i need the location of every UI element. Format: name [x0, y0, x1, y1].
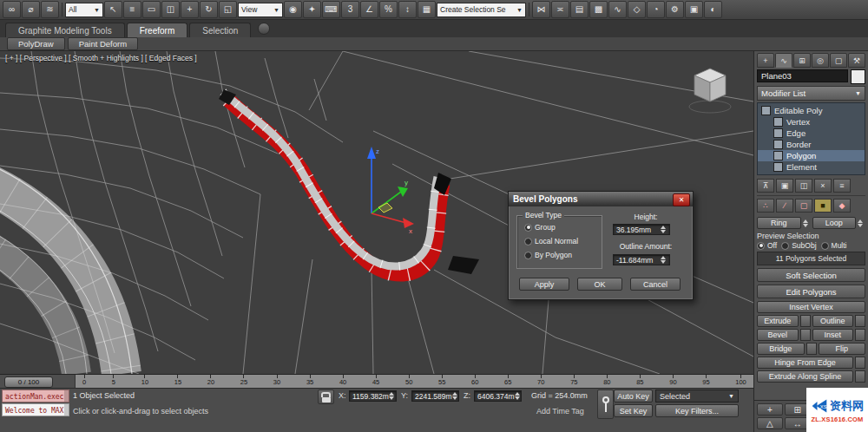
height-spinner[interactable] [661, 226, 668, 233]
render-production-icon[interactable]: ◐ [704, 1, 722, 18]
hinge-from-edge-button[interactable]: Hinge From Edge [757, 357, 853, 369]
set-key-button[interactable]: Set Key [614, 404, 653, 417]
auto-key-button[interactable]: Auto Key [614, 389, 653, 403]
stack-item-editable-poly[interactable]: Editable Poly [758, 105, 865, 116]
curve-editor-icon[interactable]: ∿ [608, 1, 627, 18]
select-and-link-icon[interactable]: ∞ [3, 1, 21, 18]
bevel-button[interactable]: Bevel [757, 329, 799, 341]
remove-modifier-icon[interactable]: × [814, 179, 832, 193]
bind-to-space-warp-icon[interactable]: ≋ [41, 1, 59, 18]
by-polygon-radio[interactable]: By Polygon [524, 251, 572, 259]
select-and-manipulate-icon[interactable]: ✦ [303, 1, 321, 18]
edge-subobject-icon[interactable]: ∕ [776, 199, 793, 213]
align-icon[interactable]: ≍ [551, 1, 569, 18]
spinner-snap-icon[interactable]: ↕ [398, 1, 417, 18]
reference-coordinate-dropdown[interactable]: View▼ [238, 3, 283, 17]
window-crossing-icon[interactable]: ◫ [161, 1, 180, 18]
ribbon-tab-selection[interactable]: Selection [189, 23, 251, 37]
stack-item-polygon[interactable]: Polygon [758, 150, 865, 161]
render-setup-icon[interactable]: ⚙ [666, 1, 684, 18]
add-time-tag[interactable]: Add Time Tag [536, 405, 584, 418]
maxscript-mini-listener[interactable]: Welcome to MAX [2, 403, 69, 416]
stack-item-edge[interactable]: Edge [758, 128, 865, 139]
selection-filter-dropdown[interactable]: All▼ [65, 3, 103, 17]
extrude-along-spline-button[interactable]: Extrude Along Spline [757, 370, 853, 383]
rendered-frame-icon[interactable]: ▣ [685, 1, 703, 18]
polygon-subobject-icon[interactable]: ■ [814, 199, 832, 213]
element-subobject-icon[interactable]: ◆ [833, 199, 851, 213]
ribbon-minimize-icon[interactable] [258, 23, 270, 35]
make-unique-icon[interactable]: ◫ [795, 179, 812, 193]
edit-polygons-rollout[interactable]: Edit Polygons [757, 285, 865, 298]
y-spinner[interactable] [452, 392, 460, 400]
time-slider-handle[interactable]: 0 / 100 [4, 376, 53, 388]
graphite-ribbon-icon[interactable]: ▩ [589, 1, 608, 18]
time-slider-track[interactable]: 0 / 100 [0, 375, 76, 388]
select-by-name-icon[interactable]: ≡ [123, 1, 141, 18]
select-and-scale-icon[interactable]: ◱ [219, 1, 237, 18]
object-color-swatch[interactable] [851, 69, 865, 84]
hierarchy-tab-icon[interactable]: ⊞ [793, 53, 811, 68]
z-spinner[interactable] [515, 392, 523, 400]
ribbon-subtab-paint-deform[interactable]: Paint Deform [68, 37, 138, 50]
vertex-subobject-icon[interactable]: ∴ [757, 199, 774, 213]
modifier-list-dropdown[interactable]: Modifier List ▼ [757, 86, 865, 101]
select-and-move-icon[interactable]: + [181, 1, 199, 18]
select-object-icon[interactable]: ↖ [104, 1, 122, 18]
soft-selection-rollout[interactable]: Soft Selection [757, 268, 865, 282]
unlink-selection-icon[interactable]: ⌀ [22, 1, 40, 18]
height-field[interactable]: 36.195mm [613, 224, 670, 235]
group-radio[interactable]: Group [524, 223, 556, 232]
layer-manager-icon[interactable]: ▤ [570, 1, 589, 18]
macro-recorder-listener[interactable]: actionMan.exec [2, 389, 69, 403]
bevel-settings-button[interactable] [800, 329, 811, 341]
named-selection-set-dropdown[interactable]: Create Selection Se▼ [437, 3, 526, 17]
zoom-icon[interactable]: + [757, 403, 783, 416]
ribbon-tab-freeform[interactable]: Freeform [127, 23, 188, 37]
object-name-field[interactable]: Plane03 [757, 69, 848, 82]
ribbon-tab-graphite-modeling-tools[interactable]: Graphite Modeling Tools [5, 23, 125, 37]
z-coord-field[interactable]: 6406.374m [474, 390, 522, 402]
ring-spinner[interactable] [803, 219, 811, 227]
snaps-toggle-icon[interactable]: 3 [341, 1, 359, 18]
loop-spinner[interactable] [858, 219, 865, 227]
loop-button[interactable]: Loop [812, 217, 857, 229]
track-bar[interactable]: 0510152025303540455055606570758085909510… [76, 375, 753, 388]
fov-icon[interactable]: △ [757, 417, 783, 429]
angle-snap-icon[interactable]: ∠ [360, 1, 378, 18]
bridge-settings-button[interactable] [806, 343, 817, 355]
use-pivot-point-center-icon[interactable]: ◉ [284, 1, 302, 18]
y-coord-field[interactable]: 2241.589m [411, 390, 459, 402]
stack-item-border[interactable]: Border [758, 139, 865, 150]
keyboard-shortcut-override-icon[interactable]: ⌨ [322, 1, 340, 18]
x-spinner[interactable] [389, 392, 397, 400]
extrude-button[interactable]: Extrude [757, 315, 799, 327]
motion-tab-icon[interactable]: ◎ [812, 53, 829, 68]
preview-off-radio[interactable]: Off [757, 241, 777, 250]
local-normal-radio[interactable]: Local Normal [524, 237, 578, 245]
create-tab-icon[interactable]: + [757, 53, 774, 68]
outline-amount-field[interactable]: -11.684mm [613, 254, 670, 265]
inset-settings-button[interactable] [855, 329, 865, 341]
set-key-icon[interactable] [597, 389, 614, 419]
utilities-tab-icon[interactable]: ⚒ [848, 53, 865, 68]
flip-button[interactable]: Flip [819, 343, 866, 355]
border-subobject-icon[interactable]: ▢ [795, 199, 812, 213]
ok-button[interactable]: OK [577, 278, 622, 291]
stack-item-element[interactable]: Element [758, 161, 865, 173]
named-selection-sets-icon[interactable]: ▦ [418, 1, 436, 18]
stack-item-vertex[interactable]: Vertex [758, 116, 865, 128]
hinge-settings-button[interactable] [855, 357, 865, 369]
selection-lock-icon[interactable] [318, 389, 334, 404]
pin-stack-icon[interactable]: ⊼ [757, 179, 774, 193]
percent-snap-icon[interactable]: % [379, 1, 398, 18]
display-tab-icon[interactable]: ▢ [830, 53, 847, 68]
rectangular-selection-region-icon[interactable]: ▭ [142, 1, 161, 18]
listener-scrollbar[interactable] [64, 404, 69, 416]
extrude-settings-button[interactable] [800, 315, 811, 327]
cancel-button[interactable]: Cancel [630, 278, 681, 291]
insert-vertex-button[interactable]: Insert Vertex [757, 301, 865, 313]
show-end-result-icon[interactable]: ▣ [776, 179, 793, 193]
bridge-button[interactable]: Bridge [757, 343, 805, 355]
bevel-polygons-dialog[interactable]: Bevel Polygons ✕ Bevel Type Group Local … [508, 191, 694, 300]
